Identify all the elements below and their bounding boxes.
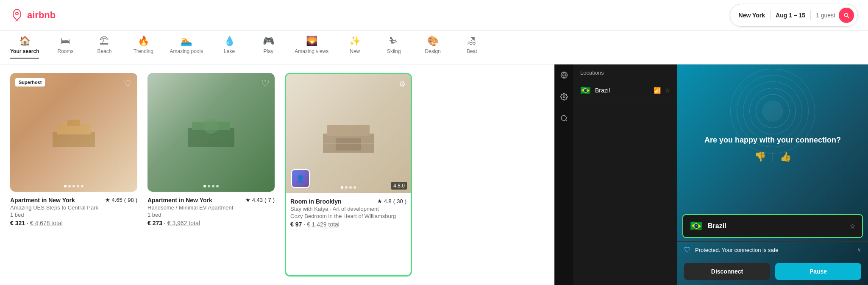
listing-image-2: ♡ bbox=[147, 73, 275, 192]
airbnb-logo[interactable]: airbnb bbox=[10, 8, 56, 22]
pause-button[interactable]: Pause bbox=[775, 263, 861, 280]
svg-rect-7 bbox=[327, 125, 370, 136]
vpn-icon-settings[interactable] bbox=[559, 91, 570, 104]
svg-rect-2 bbox=[67, 120, 80, 126]
host-avatar-3: 👤 bbox=[291, 169, 310, 188]
design-icon: 🎨 bbox=[427, 36, 439, 46]
svg-rect-0 bbox=[53, 132, 95, 147]
category-nav: 🏠 Your search 🛏 Rooms ⛱ Beach 🔥 Trending… bbox=[0, 31, 868, 64]
current-location-star[interactable]: ☆ bbox=[849, 222, 855, 230]
svg-point-12 bbox=[563, 96, 565, 98]
rooms-icon: 🛏 bbox=[61, 36, 70, 46]
rating-2: ★ 4.43 (7) bbox=[245, 197, 275, 203]
search-guests[interactable]: 1 guest bbox=[816, 12, 835, 19]
favorite-button-2[interactable]: ♡ bbox=[261, 78, 270, 89]
search-button[interactable] bbox=[839, 8, 854, 23]
vpn-status-bar: 🛡 Protected. Your connection is safe ∨ bbox=[677, 241, 868, 258]
shield-icon: 🛡 bbox=[684, 246, 691, 254]
vpn-location-actions: 📶 ☆ bbox=[654, 87, 670, 94]
listing-info-2: Apartment in New York ★ 4.43 (7) Handsom… bbox=[147, 192, 275, 226]
cat-play[interactable]: 🎮 Play bbox=[256, 36, 281, 59]
vpn-panel: Locations 🇧🇷 Brazil 📶 ☆ bbox=[554, 64, 677, 285]
lake-icon: 💧 bbox=[224, 36, 235, 46]
beat-icon: 🏖 bbox=[467, 36, 476, 46]
price-3: € 97 · € 1,429 total bbox=[290, 221, 406, 228]
search-location[interactable]: New York bbox=[739, 12, 765, 19]
listing-card-2[interactable]: ♡ Apartment in New York ★ 4.43 (7) bbox=[147, 73, 275, 277]
thumbs-down-button[interactable]: 👎 bbox=[754, 151, 766, 162]
listing-card-3[interactable]: ⚙ 👤 4.8.0 Room in Brooklyn ★ 4.8 bbox=[285, 73, 412, 277]
cat-lake[interactable]: 💧 Lake bbox=[217, 36, 242, 59]
trending-icon: 🔥 bbox=[138, 36, 149, 46]
chevron-down-icon[interactable]: ∨ bbox=[857, 247, 861, 253]
listing-card-1[interactable]: Superhost ♡ Apartment in New York ★ 4.65 bbox=[10, 73, 137, 277]
vpn-action-buttons: Disconnect Pause bbox=[677, 258, 868, 285]
listing-image-1: Superhost ♡ bbox=[10, 73, 137, 192]
brazil-flag: 🇧🇷 bbox=[580, 85, 591, 95]
cat-design[interactable]: 🎨 Design bbox=[420, 36, 445, 59]
vpn-locations-title: Locations bbox=[573, 64, 677, 81]
connection-panel: Are you happy with your connection? 👎 👍 … bbox=[677, 64, 868, 285]
new-icon: ✨ bbox=[349, 36, 361, 46]
search-dates[interactable]: Aug 1 – 15 bbox=[776, 12, 805, 19]
price-1: € 321 · € 4,678 total bbox=[10, 220, 137, 226]
svg-point-13 bbox=[561, 115, 566, 120]
connection-question: Are you happy with your connection? bbox=[704, 136, 841, 145]
listing-info-3: Room in Brooklyn ★ 4.8 (30) Stay with Ka… bbox=[286, 193, 411, 233]
pools-icon: 🏊 bbox=[181, 36, 192, 46]
cat-skiing[interactable]: ⛷ Skiing bbox=[381, 36, 406, 59]
thumbs-up-button[interactable]: 👍 bbox=[780, 151, 791, 162]
vpn-signal-icon: 📶 bbox=[654, 87, 661, 94]
vpn-current-location[interactable]: 🇧🇷 Brazil ☆ bbox=[682, 214, 863, 238]
rating-1: ★ 4.65 (98) bbox=[105, 197, 137, 203]
superhost-badge: Superhost bbox=[15, 78, 45, 87]
price-2: € 273 · € 3,962 total bbox=[147, 220, 275, 226]
listing-info-1: Apartment in New York ★ 4.65 (98) Amazin… bbox=[10, 192, 137, 226]
vpn-icon-globe[interactable] bbox=[559, 70, 570, 83]
cat-rooms[interactable]: 🛏 Rooms bbox=[53, 36, 78, 59]
gear-button-3[interactable]: ⚙ bbox=[399, 79, 406, 89]
cat-beach[interactable]: ⛱ Beach bbox=[92, 36, 117, 59]
main-area: Superhost ♡ Apartment in New York ★ 4.65 bbox=[0, 64, 868, 285]
listings-grid: Superhost ♡ Apartment in New York ★ 4.65 bbox=[0, 64, 554, 285]
rating-3: ★ 4.8 (30) bbox=[377, 198, 406, 204]
cat-trending[interactable]: 🔥 Trending bbox=[131, 36, 156, 59]
image-dots-2 bbox=[203, 185, 219, 187]
cat-amazing-views[interactable]: 🌄 Amazing views bbox=[295, 36, 328, 59]
header: airbnb New York Aug 1 – 15 1 guest bbox=[0, 0, 868, 31]
cat-your-search[interactable]: 🏠 Your search bbox=[10, 36, 39, 59]
feedback-separator bbox=[773, 152, 773, 162]
svg-rect-9 bbox=[323, 143, 374, 144]
vpn-sidebar bbox=[555, 64, 573, 285]
cat-new[interactable]: ✨ New bbox=[342, 36, 367, 59]
search-bar[interactable]: New York Aug 1 – 15 1 guest bbox=[730, 4, 858, 27]
favorite-button-1[interactable]: ♡ bbox=[124, 78, 132, 89]
cat-amazing-pools[interactable]: 🏊 Amazing pools bbox=[170, 36, 203, 59]
image-dots-1 bbox=[64, 185, 83, 187]
cat-beat[interactable]: 🏖 Beat bbox=[459, 36, 484, 59]
vpn-icon-search[interactable] bbox=[559, 113, 570, 126]
current-flag: 🇧🇷 bbox=[690, 220, 703, 232]
connection-feedback: 👎 👍 bbox=[754, 151, 791, 162]
your-search-icon: 🏠 bbox=[19, 36, 31, 46]
vpn-star-icon[interactable]: ☆ bbox=[665, 87, 670, 94]
vpn-content: Locations 🇧🇷 Brazil 📶 ☆ bbox=[573, 64, 677, 285]
svg-point-5 bbox=[203, 118, 219, 134]
play-icon: 🎮 bbox=[263, 36, 274, 46]
skiing-icon: ⛷ bbox=[389, 36, 398, 46]
listing-image-3: ⚙ 👤 4.8.0 bbox=[286, 74, 411, 193]
vpn-location-item-brazil[interactable]: 🇧🇷 Brazil 📶 ☆ bbox=[573, 81, 677, 100]
rating-badge-3: 4.8.0 bbox=[391, 182, 407, 190]
views-icon: 🌄 bbox=[306, 36, 317, 46]
beach-icon: ⛱ bbox=[100, 36, 109, 46]
disconnect-button[interactable]: Disconnect bbox=[684, 263, 770, 280]
image-dots-3 bbox=[341, 186, 356, 189]
